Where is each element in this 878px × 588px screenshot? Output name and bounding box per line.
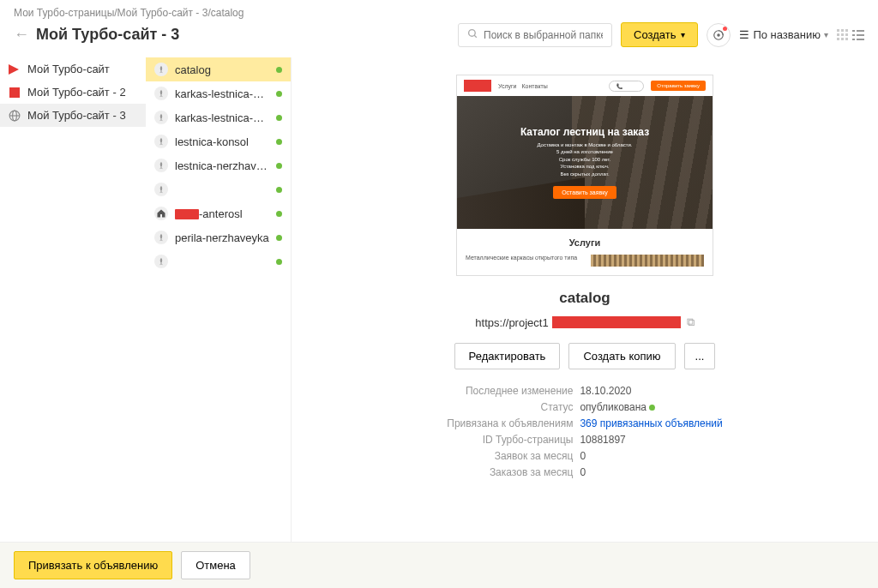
create-copy-button[interactable]: Создать копию xyxy=(568,343,675,369)
meta-label: Последнее изменение xyxy=(447,385,573,397)
rocket-icon xyxy=(154,159,168,172)
status-dot xyxy=(276,163,282,169)
svg-rect-10 xyxy=(837,38,839,40)
preview-phone: 📞 xyxy=(609,81,645,92)
rocket-icon xyxy=(154,63,168,76)
meta-value: 0 xyxy=(580,450,722,462)
svg-point-3 xyxy=(718,33,719,35)
edit-button[interactable]: Редактировать xyxy=(454,343,561,369)
svg-rect-13 xyxy=(852,30,855,32)
page-item[interactable] xyxy=(146,249,291,273)
search-input[interactable] xyxy=(484,29,603,41)
preview-hero-title: Каталог лестниц на заказ xyxy=(520,126,649,138)
svg-rect-6 xyxy=(845,29,848,32)
pages-column: catalogkarkas-lestnica-na-mon...karkas-l… xyxy=(146,57,292,553)
meta-label: ID Турбо-страницы xyxy=(447,434,573,446)
svg-rect-4 xyxy=(837,29,839,32)
preview-nav-item: Контакты xyxy=(522,83,548,89)
page-item[interactable]: catalog xyxy=(146,57,291,81)
status-dot xyxy=(276,115,282,121)
preview-nav-item: Услуги xyxy=(498,83,517,89)
preview-hero-sub: Установка под ключ. xyxy=(520,163,649,170)
tour-icon[interactable] xyxy=(707,23,731,47)
svg-line-1 xyxy=(474,35,477,38)
chevron-down-icon: ▾ xyxy=(681,30,685,39)
meta-value: 18.10.2020 xyxy=(580,385,722,397)
page-item[interactable]: -anterosl xyxy=(146,201,291,225)
svg-rect-15 xyxy=(852,34,855,36)
status-dot xyxy=(276,235,282,241)
meta-label: Заказов за месяц xyxy=(447,466,573,478)
site-label: Мой Турбо-сайт xyxy=(27,63,110,75)
list-view-icon[interactable] xyxy=(852,29,864,41)
rocket-icon xyxy=(154,87,168,100)
status-dot xyxy=(276,139,282,145)
svg-marker-19 xyxy=(9,64,19,75)
preview-item-image xyxy=(591,255,704,267)
meta-value: опубликована xyxy=(580,401,722,413)
meta-value[interactable]: 369 привязанных объявлений xyxy=(580,417,722,429)
square-icon xyxy=(9,87,21,98)
play-icon xyxy=(9,64,21,75)
sort-control[interactable]: ☰ По названию ▾ xyxy=(739,28,828,41)
svg-rect-16 xyxy=(857,34,864,36)
page-item[interactable]: karkas-lestnica-na-mon... xyxy=(146,81,291,105)
rocket-icon xyxy=(154,231,168,244)
copy-icon[interactable]: ⧉ xyxy=(687,315,695,329)
page-item[interactable]: perila-nerzhaveyka xyxy=(146,225,291,249)
globe-icon xyxy=(9,111,21,121)
grid-view-icon[interactable] xyxy=(837,29,849,41)
site-item[interactable]: Мой Турбо-сайт xyxy=(0,57,146,81)
svg-rect-5 xyxy=(841,29,844,32)
page-item[interactable]: karkas-lestnica-otkrytaya xyxy=(146,105,291,129)
preview-item: Металлические каркасы открытого типа xyxy=(466,255,584,261)
preview-cta: Отправить заявку xyxy=(651,81,706,91)
detail-title: catalog xyxy=(559,290,610,307)
meta-label: Заявок за месяц xyxy=(447,450,573,462)
page-label: -anterosl xyxy=(175,207,269,220)
page-item[interactable]: lestnica-konsol xyxy=(146,129,291,153)
page-label: perila-nerzhaveyka xyxy=(175,231,269,244)
link-to-ad-button[interactable]: Привязать к объявлению xyxy=(14,551,172,579)
preview-hero-sub: Доставка и монтаж в Москве и области. xyxy=(520,141,649,148)
page-label: karkas-lestnica-otkrytaya xyxy=(175,111,269,124)
create-button-label: Создать xyxy=(634,28,676,41)
back-arrow[interactable]: ← xyxy=(14,26,29,44)
cancel-button[interactable]: Отмена xyxy=(181,551,250,579)
svg-rect-14 xyxy=(857,30,864,32)
page-title: Мой Турбо-сайт - 3 xyxy=(36,26,179,44)
svg-rect-7 xyxy=(837,33,839,36)
chevron-down-icon: ▾ xyxy=(824,30,828,39)
site-label: Мой Турбо-сайт - 3 xyxy=(27,109,126,122)
preview-hero-sub: 5 дней на изготовление xyxy=(520,148,649,155)
site-item[interactable]: Мой Турбо-сайт - 2 xyxy=(0,81,146,104)
svg-rect-9 xyxy=(845,33,848,36)
preview-logo xyxy=(464,80,491,92)
status-dot xyxy=(276,259,282,265)
rocket-icon xyxy=(154,183,168,196)
page-item[interactable] xyxy=(146,177,291,201)
meta-label: Статус xyxy=(447,401,573,413)
svg-point-0 xyxy=(469,29,476,36)
more-button[interactable]: ... xyxy=(684,343,716,369)
meta-value: 0 xyxy=(580,466,722,478)
rocket-icon xyxy=(154,255,168,268)
create-button[interactable]: Создать ▾ xyxy=(621,22,698,47)
svg-rect-12 xyxy=(845,38,848,40)
status-dot xyxy=(276,187,282,193)
rocket-icon xyxy=(154,135,168,148)
preview-hero-button: Оставить заявку xyxy=(553,186,616,199)
breadcrumb: Мои Турбо-страницы/Мой Турбо-сайт - 3/ca… xyxy=(14,7,864,19)
svg-rect-20 xyxy=(9,87,20,98)
page-label: catalog xyxy=(175,63,269,76)
meta-label: Привязана к объявлениям xyxy=(447,417,573,429)
site-item[interactable]: Мой Турбо-сайт - 3 xyxy=(0,104,146,127)
search-icon xyxy=(467,28,478,42)
page-preview: Услуги Контакты 📞 Отправить заявку Катал… xyxy=(456,75,713,276)
url-prefix: https://project1 xyxy=(475,316,548,329)
svg-rect-8 xyxy=(841,33,844,36)
detail-panel: Услуги Контакты 📞 Отправить заявку Катал… xyxy=(292,57,878,553)
search-input-wrapper[interactable] xyxy=(458,23,612,47)
page-item[interactable]: lestnica-nerzhaveyka xyxy=(146,153,291,177)
footer-bar: Привязать к объявлению Отмена xyxy=(0,542,878,588)
